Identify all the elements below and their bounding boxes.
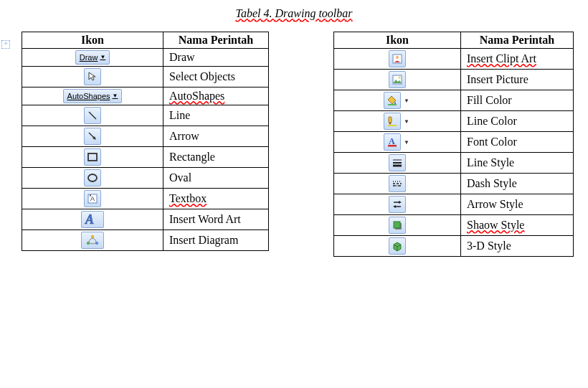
header-ikon: Ikon <box>22 32 163 49</box>
3d-style-icon[interactable] <box>389 237 406 255</box>
svg-point-10 <box>91 235 94 238</box>
command-name: Arrow <box>163 126 269 147</box>
command-name: Dash Style <box>461 174 574 194</box>
table-row: Oval <box>22 168 269 189</box>
arrow-icon[interactable] <box>84 128 101 145</box>
table-row: Draw▼ Draw <box>22 49 269 67</box>
command-name: Font Color <box>461 132 574 153</box>
command-name: Insert Picture <box>461 70 574 90</box>
draw-button[interactable]: Draw▼ <box>75 50 110 65</box>
svg-marker-31 <box>393 205 396 208</box>
svg-rect-17 <box>388 104 397 105</box>
dash-style-icon[interactable] <box>389 175 406 192</box>
command-name: Fill Color <box>461 90 574 111</box>
table-row: ▼ Fill Color <box>334 90 574 111</box>
select-icon[interactable] <box>84 68 101 85</box>
table-row: Dash Style <box>334 174 574 194</box>
svg-point-12 <box>95 242 98 245</box>
clipart-icon[interactable] <box>389 50 406 67</box>
draw-button-label: Draw <box>80 52 98 63</box>
table-row: ▼ Line Color <box>334 111 574 132</box>
rectangle-icon[interactable] <box>84 148 101 166</box>
command-name: Oval <box>163 168 269 189</box>
arrow-style-icon[interactable] <box>389 196 406 213</box>
line-color-icon[interactable]: ▼ <box>384 113 411 130</box>
svg-point-11 <box>87 242 90 245</box>
header-nama: Nama Perintah <box>163 32 269 49</box>
svg-marker-29 <box>399 201 402 204</box>
svg-point-16 <box>399 77 401 79</box>
chevron-down-icon: ▼ <box>402 139 411 146</box>
left-table: Ikon Nama Perintah Draw▼ Draw Select Obj… <box>22 32 269 251</box>
command-name: Select Objects <box>163 67 269 87</box>
command-name: AutoShapes <box>163 87 269 105</box>
table-row: Insert Clipt Art <box>334 49 574 70</box>
command-name: Line Style <box>461 153 574 174</box>
table-anchor-handle[interactable]: + <box>1 40 10 49</box>
svg-text:A: A <box>85 212 94 227</box>
line-style-icon[interactable] <box>389 154 406 171</box>
command-name: Rectangle <box>163 147 269 168</box>
svg-point-14 <box>396 56 399 59</box>
fill-color-icon[interactable]: ▼ <box>384 92 411 109</box>
table-row: Insert Diagram <box>22 230 269 251</box>
command-name: Textbox <box>163 189 269 209</box>
table-row: Arrow <box>22 126 269 147</box>
header-nama: Nama Perintah <box>461 32 574 49</box>
line-icon[interactable] <box>84 107 101 124</box>
table-caption: Tabel 4. Drawing toolbar <box>14 7 574 20</box>
command-name: Line Color <box>461 111 574 132</box>
svg-point-4 <box>88 174 97 181</box>
command-name: Insert Word Art <box>163 209 269 230</box>
header-ikon: Ikon <box>334 32 461 49</box>
svg-text:A: A <box>389 136 395 146</box>
chevron-down-icon: ▼ <box>100 52 105 63</box>
font-color-icon[interactable]: A ▼ <box>384 133 411 151</box>
tables-wrapper: Ikon Nama Perintah Draw▼ Draw Select Obj… <box>14 32 574 257</box>
table-row: Line Style <box>334 153 574 174</box>
command-name: Insert Diagram <box>163 230 269 251</box>
svg-rect-21 <box>388 145 397 147</box>
chevron-down-icon: ▼ <box>113 90 118 102</box>
command-name: Insert Clipt Art <box>461 49 574 70</box>
table-row: A ▼ Font Color <box>334 132 574 153</box>
svg-rect-18 <box>389 117 392 123</box>
autoshapes-button[interactable]: AutoShapes▼ <box>63 89 123 103</box>
table-row: Arrow Style <box>334 194 574 215</box>
table-row: Select Objects <box>22 67 269 87</box>
svg-rect-3 <box>88 153 97 161</box>
command-name: Arrow Style <box>461 194 574 215</box>
picture-icon[interactable] <box>389 71 406 88</box>
table-row: Line <box>22 105 269 126</box>
table-row: Rectangle <box>22 147 269 168</box>
shadow-style-icon[interactable] <box>389 217 406 234</box>
wordart-icon[interactable]: A <box>81 211 104 228</box>
svg-text:A: A <box>90 195 95 202</box>
autoshapes-button-label: AutoShapes <box>67 90 110 102</box>
diagram-icon[interactable] <box>81 232 104 249</box>
textbox-icon[interactable]: A <box>84 190 101 207</box>
right-table: Ikon Nama Perintah Insert Clipt Art Inse… <box>333 32 574 257</box>
table-row: Insert Picture <box>334 70 574 90</box>
chevron-down-icon: ▼ <box>402 118 411 125</box>
svg-line-0 <box>89 112 96 119</box>
command-name: Line <box>163 105 269 126</box>
command-name: Shaow Style <box>461 215 574 236</box>
table-row: A Textbox <box>22 189 269 209</box>
command-name: Draw <box>163 49 269 67</box>
table-row: 3-D Style <box>334 236 574 257</box>
svg-rect-33 <box>394 222 400 228</box>
svg-rect-19 <box>388 125 397 126</box>
table-row: Shaow Style <box>334 215 574 236</box>
table-row: A Insert Word Art <box>22 209 269 230</box>
chevron-down-icon: ▼ <box>402 98 411 104</box>
oval-icon[interactable] <box>84 169 101 186</box>
command-name: 3-D Style <box>461 236 574 257</box>
table-row: AutoShapes▼ AutoShapes <box>22 87 269 105</box>
